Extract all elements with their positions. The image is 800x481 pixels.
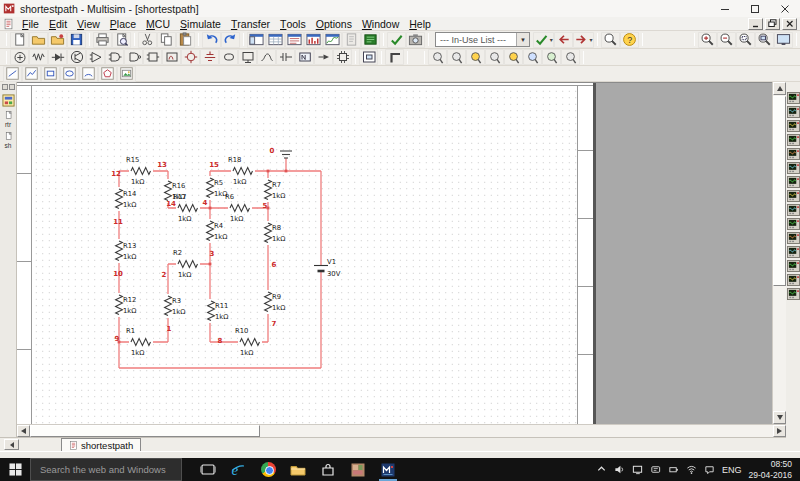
volume-icon[interactable]	[614, 464, 625, 475]
scroll-left-button[interactable]	[17, 425, 30, 437]
mdi-restore-button[interactable]	[765, 18, 780, 30]
annotation-rectangle-button[interactable]	[41, 66, 60, 82]
ground-symbol[interactable]	[280, 151, 292, 158]
open-file-button[interactable]	[29, 32, 48, 48]
start-button[interactable]	[0, 458, 30, 481]
misc-digital-button[interactable]	[143, 49, 162, 65]
erc-button[interactable]	[387, 32, 406, 48]
connector-button[interactable]	[314, 49, 333, 65]
current-probe-button[interactable]	[447, 49, 466, 65]
hierarchical-block-button[interactable]	[359, 49, 378, 65]
language-indicator[interactable]: ENG	[722, 465, 742, 475]
taskbar-app-internet-explorer[interactable]: e	[226, 458, 250, 481]
menu-window[interactable]: Window	[357, 17, 404, 31]
power-probe-button[interactable]	[466, 49, 485, 65]
parent-sheet-button[interactable]	[342, 32, 361, 48]
vertical-scroll-thumb[interactable]	[773, 96, 786, 286]
menu-transfer[interactable]: Transfer	[226, 17, 275, 31]
tab-scroll-button[interactable]	[4, 439, 19, 450]
annotation-multiline-button[interactable]	[22, 66, 41, 82]
in-use-list-dropdown[interactable]: --- In-Use List ---▼	[435, 32, 530, 47]
rf-button[interactable]	[257, 49, 276, 65]
power-source-button[interactable]	[200, 49, 219, 65]
redo-button[interactable]	[221, 32, 240, 48]
taskbar-app-photos-app[interactable]	[346, 458, 370, 481]
component-R10[interactable]	[238, 337, 262, 347]
iv-analyzer-button[interactable]	[787, 232, 800, 244]
dock-close-button[interactable]	[9, 84, 15, 90]
close-button[interactable]	[770, 0, 800, 17]
ultiboard-button[interactable]	[361, 32, 380, 48]
component-R2[interactable]	[176, 259, 200, 269]
component-R17[interactable]	[176, 203, 200, 213]
help-button[interactable]: ?	[620, 32, 639, 48]
scroll-right-button[interactable]	[773, 425, 786, 437]
transistor-button[interactable]	[67, 49, 86, 65]
dock-pin-button[interactable]	[2, 84, 8, 90]
schematic-workspace[interactable]: R151kΩR181kΩR161kΩR51kΩR141kΩR71kΩR171kΩ…	[17, 82, 772, 424]
zoom-fit-button[interactable]	[755, 32, 774, 48]
measurement-probe-button[interactable]	[787, 288, 800, 300]
annotation-picture-button[interactable]	[117, 66, 136, 82]
distortion-analyzer-button[interactable]	[787, 246, 800, 258]
component-R1[interactable]	[129, 337, 153, 347]
analog-button[interactable]	[86, 49, 105, 65]
scroll-down-button[interactable]	[773, 411, 786, 424]
bode-plotter-button[interactable]	[787, 162, 800, 174]
zoom-fullscreen-button[interactable]	[774, 32, 793, 48]
cut-button[interactable]	[138, 32, 157, 48]
vertical-scrollbar[interactable]	[772, 82, 786, 424]
erc-rules-button[interactable]: ▾	[533, 32, 554, 48]
paste-button[interactable]	[176, 32, 195, 48]
annotation-polygon-button[interactable]	[98, 66, 117, 82]
cmos-button[interactable]	[124, 49, 143, 65]
bus-button[interactable]	[385, 49, 404, 65]
dock-item-rtr[interactable]: rtr	[4, 110, 13, 128]
mdi-minimize-button[interactable]	[748, 18, 763, 30]
back-annotate-button[interactable]	[554, 32, 573, 48]
taskbar-app-chrome[interactable]	[256, 458, 280, 481]
basic-button[interactable]	[29, 49, 48, 65]
display-icon[interactable]	[632, 464, 643, 475]
multimeter-button[interactable]	[787, 92, 800, 104]
network-analyzer-button[interactable]	[787, 274, 800, 286]
electromechanical-button[interactable]	[276, 49, 295, 65]
mixed-button[interactable]	[162, 49, 181, 65]
zoom-in-button[interactable]	[698, 32, 717, 48]
scroll-up-button[interactable]	[773, 82, 786, 95]
component-R18[interactable]	[231, 166, 255, 176]
copy-button[interactable]	[157, 32, 176, 48]
source-button[interactable]	[10, 49, 29, 65]
misc-button[interactable]	[219, 49, 238, 65]
annotation-arc-button[interactable]	[79, 66, 98, 82]
frequency-counter-button[interactable]	[787, 176, 800, 188]
voltage-probe-button[interactable]	[428, 49, 447, 65]
menu-view[interactable]: View	[72, 17, 105, 31]
ni-component-button[interactable]	[295, 49, 314, 65]
horizontal-scroll-thumb[interactable]	[30, 425, 260, 437]
touch-input-icon[interactable]	[650, 464, 661, 475]
undo-button[interactable]	[202, 32, 221, 48]
annotation-line-button[interactable]	[3, 66, 22, 82]
voltage-reference-probe-button[interactable]	[523, 49, 542, 65]
taskbar-app-windows-store[interactable]	[316, 458, 340, 481]
component-R6[interactable]	[228, 203, 252, 213]
new-file-button[interactable]	[10, 32, 29, 48]
annotation-ellipse-button[interactable]	[60, 66, 79, 82]
print-preview-button[interactable]	[112, 32, 131, 48]
save-button[interactable]	[67, 32, 86, 48]
digital-probe-button[interactable]	[542, 49, 561, 65]
taskbar-app-file-explorer[interactable]	[286, 458, 310, 481]
oscilloscope-button[interactable]	[787, 134, 800, 146]
menu-mcu[interactable]: MCU	[141, 17, 175, 31]
logic-converter-button[interactable]	[787, 204, 800, 216]
taskbar-clock[interactable]: 08:50 29-04-2016	[749, 459, 796, 480]
taskbar-search-input[interactable]	[30, 458, 182, 481]
word-generator-button[interactable]	[787, 190, 800, 202]
wattmeter-button[interactable]	[787, 120, 800, 132]
spectrum-analyzer-button[interactable]	[787, 260, 800, 272]
logic-analyzer-button[interactable]	[787, 218, 800, 230]
print-button[interactable]	[93, 32, 112, 48]
zoom-out-button[interactable]	[717, 32, 736, 48]
chevron-down-icon[interactable]: ▼	[516, 33, 529, 46]
